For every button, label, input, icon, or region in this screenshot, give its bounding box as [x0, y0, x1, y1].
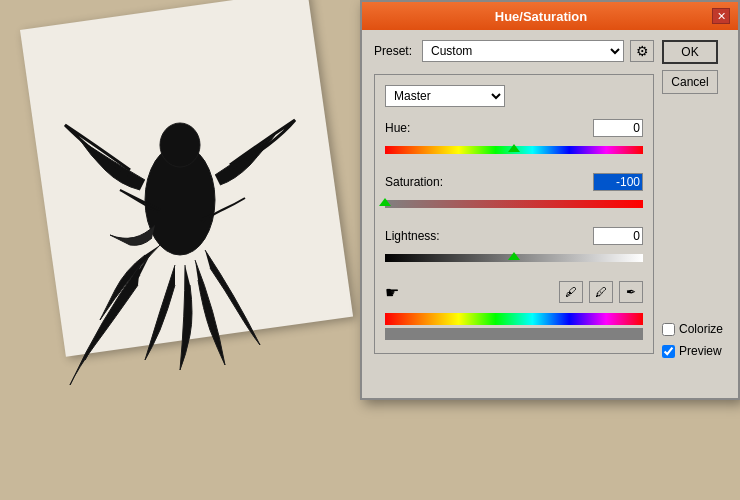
svg-point-1: [160, 123, 200, 167]
lightness-row: Lightness:: [385, 227, 643, 267]
ok-button[interactable]: OK: [662, 40, 718, 64]
canvas-background: Hue/Saturation ✕ Preset: Custom ⚙: [0, 0, 740, 500]
dialog-close-button[interactable]: ✕: [712, 8, 730, 24]
preset-label: Preset:: [374, 44, 416, 58]
checkbox-group: Colorize Preview: [662, 182, 726, 362]
preset-select[interactable]: Custom: [422, 40, 624, 62]
artwork-container: [20, 30, 330, 390]
channel-row: Master: [385, 85, 643, 107]
colorize-row: Colorize: [662, 322, 726, 336]
saturation-track: [385, 200, 643, 208]
colorize-label: Colorize: [679, 322, 723, 336]
preview-row: Preview: [662, 344, 726, 358]
lightness-thumb[interactable]: [508, 252, 520, 260]
dialog-right-panel: OK Cancel Colorize Preview: [662, 40, 726, 362]
cancel-button[interactable]: Cancel: [662, 70, 718, 94]
preset-options-button[interactable]: ⚙: [630, 40, 654, 62]
lightness-label: Lightness:: [385, 229, 440, 243]
saturation-label: Saturation:: [385, 175, 443, 189]
spectrum-bar-bottom: [385, 328, 643, 340]
dialog-title: Hue/Saturation: [370, 9, 712, 24]
hue-label-row: Hue:: [385, 119, 643, 137]
saturation-thumb[interactable]: [379, 198, 391, 206]
sliders-panel: Master Hue:: [374, 74, 654, 354]
saturation-row: Saturation:: [385, 173, 643, 213]
lightness-value-input[interactable]: [593, 227, 643, 245]
eyedropper-add-button[interactable]: 🖊: [589, 281, 613, 303]
hue-track: [385, 146, 643, 154]
color-bars: [385, 313, 643, 340]
preview-checkbox[interactable]: [662, 345, 675, 358]
preview-label: Preview: [679, 344, 722, 358]
lightness-label-row: Lightness:: [385, 227, 643, 245]
lightness-track: [385, 254, 643, 262]
hue-row: Hue:: [385, 119, 643, 159]
hand-tool-icon[interactable]: ☛: [385, 283, 399, 302]
dialog-left-panel: Preset: Custom ⚙ Master: [374, 40, 654, 362]
dialog-titlebar: Hue/Saturation ✕: [362, 2, 738, 30]
saturation-value-input[interactable]: [593, 173, 643, 191]
hue-label: Hue:: [385, 121, 410, 135]
eyedropper-group: 🖋 🖊 ✒: [559, 281, 643, 303]
hue-slider-container[interactable]: [385, 141, 643, 159]
tree-art: [60, 90, 320, 390]
dialog-body: Preset: Custom ⚙ Master: [362, 30, 738, 372]
spectrum-bar-top: [385, 313, 643, 325]
hue-thumb[interactable]: [508, 144, 520, 152]
lightness-slider-container[interactable]: [385, 249, 643, 267]
eyedropper-subtract-button[interactable]: ✒: [619, 281, 643, 303]
saturation-label-row: Saturation:: [385, 173, 643, 191]
bottom-icons-row: ☛ 🖋 🖊 ✒: [385, 281, 643, 303]
hue-saturation-dialog: Hue/Saturation ✕ Preset: Custom ⚙: [360, 0, 740, 400]
colorize-checkbox[interactable]: [662, 323, 675, 336]
hue-value-input[interactable]: [593, 119, 643, 137]
preset-row: Preset: Custom ⚙: [374, 40, 654, 62]
eyedropper-button[interactable]: 🖋: [559, 281, 583, 303]
saturation-slider-container[interactable]: [385, 195, 643, 213]
channel-select[interactable]: Master: [385, 85, 505, 107]
